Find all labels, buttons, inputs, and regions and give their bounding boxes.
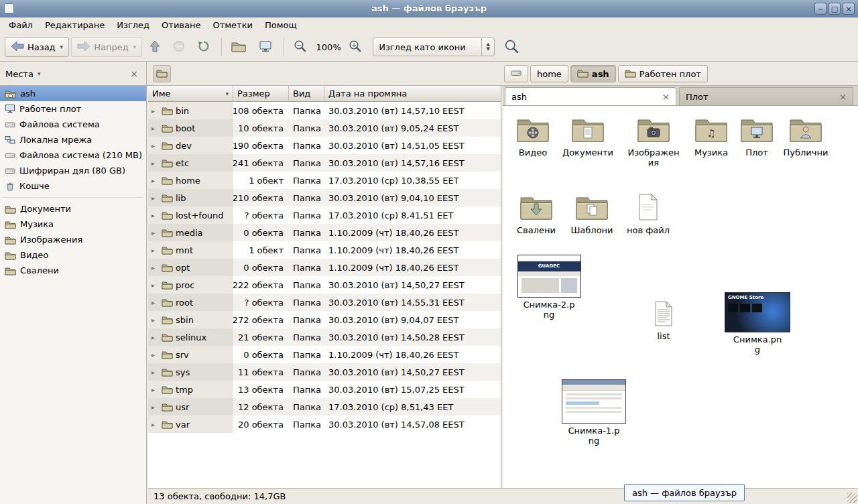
icon-item[interactable]: GNOME StoreСнимка.png xyxy=(723,292,792,355)
tab-plot[interactable]: Плот× xyxy=(679,87,853,105)
back-button[interactable]: Назад ▾ xyxy=(5,37,69,57)
sidebar-item-5[interactable]: Шифриран дял (80 GB) xyxy=(0,163,146,178)
up-button[interactable] xyxy=(144,37,166,57)
close-icon[interactable]: × xyxy=(834,92,847,102)
expander-icon[interactable]: ▸ xyxy=(151,264,159,271)
path-button-desktop[interactable]: Работен плот xyxy=(618,65,708,82)
sidebar-item-6[interactable]: Кошче xyxy=(0,178,146,194)
tab-ash[interactable]: ash× xyxy=(505,87,676,105)
column-header-size[interactable]: Размер xyxy=(233,86,289,102)
expander-icon[interactable]: ▸ xyxy=(151,281,159,289)
table-row[interactable]: ▸media0 обектаПапка1.10.2009 (чт) 18,40,… xyxy=(148,224,501,241)
icon-item[interactable]: list xyxy=(629,300,698,341)
expander-icon[interactable]: ▸ xyxy=(151,299,159,306)
expander-icon[interactable]: ▸ xyxy=(151,107,159,115)
table-row[interactable]: ▸var20 обектаПапка30.03.2010 (вт) 14,57,… xyxy=(148,416,501,433)
table-row[interactable]: ▸opt0 обектаПапка1.10.2009 (чт) 18,40,26… xyxy=(148,259,501,276)
sidebar-item-2[interactable]: Файлова система xyxy=(0,117,146,132)
icon-view[interactable]: ВидеоДокументиИзображения♫МузикаПлотПубл… xyxy=(503,106,858,488)
expander-icon[interactable]: ▸ xyxy=(151,316,159,324)
zoom-out-button[interactable]: − xyxy=(288,37,312,57)
expander-icon[interactable]: ▸ xyxy=(151,160,159,167)
table-row[interactable]: ▸proc222 обектаПапка30.03.2010 (вт) 14,5… xyxy=(148,276,501,294)
view-mode-select[interactable]: Изглед като икони ▲▼ xyxy=(373,38,495,56)
table-row[interactable]: ▸usr12 обектаПапка17.03.2010 (ср) 8,51,4… xyxy=(148,398,501,416)
spinner-icons[interactable]: ▲▼ xyxy=(481,38,494,56)
table-row[interactable]: ▸dev190 обектаПапка30.03.2010 (вт) 14,51… xyxy=(148,137,501,154)
maximize-button[interactable]: □ xyxy=(829,3,841,15)
path-button-home[interactable]: home xyxy=(530,65,568,82)
expander-icon[interactable]: ▸ xyxy=(151,369,159,376)
places-title[interactable]: Места xyxy=(5,69,34,79)
expander-icon[interactable]: ▸ xyxy=(151,421,159,428)
chevron-down-icon[interactable]: ▾ xyxy=(38,70,41,77)
expander-icon[interactable]: ▸ xyxy=(151,212,159,219)
expander-icon[interactable]: ▸ xyxy=(151,142,159,149)
sidebar-item-0[interactable]: ash xyxy=(0,86,146,101)
table-row[interactable]: ▸mnt1 обектПапка1.10.2009 (чт) 18,40,26 … xyxy=(148,241,501,259)
table-row[interactable]: ▸lib210 обектаПапка30.03.2010 (вт) 9,04,… xyxy=(148,189,501,206)
column-header-modified[interactable]: Дата на промяна xyxy=(324,86,501,102)
folder-icon xyxy=(5,235,16,245)
expander-icon[interactable]: ▸ xyxy=(151,386,159,393)
reload-button[interactable] xyxy=(192,37,215,57)
expander-icon[interactable]: ▸ xyxy=(151,177,159,184)
icon-item[interactable]: Публични xyxy=(771,115,841,158)
menu-go[interactable]: Отиване xyxy=(156,18,206,32)
expander-icon[interactable]: ▸ xyxy=(151,403,159,411)
icon-item[interactable]: нов файл xyxy=(613,193,683,235)
menu-bookmarks[interactable]: Отметки xyxy=(206,18,258,32)
table-row[interactable]: ▸sys11 обектаПапка30.03.2010 (вт) 14,50,… xyxy=(148,363,501,381)
column-header-name[interactable]: Име ▾ xyxy=(148,86,233,102)
sidebar-item-9[interactable]: Музика xyxy=(0,216,146,232)
sidebar-item-8[interactable]: Документи xyxy=(0,201,146,216)
menu-view[interactable]: Изглед xyxy=(111,18,156,32)
table-row[interactable]: ▸srv0 обектаПапка1.10.2009 (чт) 18,40,26… xyxy=(148,346,501,363)
icon-item[interactable]: Документи xyxy=(553,115,623,158)
expander-icon[interactable]: ▸ xyxy=(151,194,159,202)
table-row[interactable]: ▸boot10 обектаПапка30.03.2010 (вт) 9,05,… xyxy=(148,119,501,137)
sidebar-item-3[interactable]: Локална мрежа xyxy=(0,132,146,147)
table-row[interactable]: ▸tmp13 обектаПапка30.03.2010 (вт) 15,07,… xyxy=(148,381,501,398)
column-header-type[interactable]: Вид xyxy=(289,86,324,102)
expander-icon[interactable]: ▸ xyxy=(151,125,159,132)
close-icon[interactable]: × xyxy=(127,68,141,79)
icon-item[interactable]: Снимка-1.png xyxy=(559,379,629,446)
table-row[interactable]: ▸root? обектаПапка30.03.2010 (вт) 14,55,… xyxy=(148,294,501,311)
minimize-button[interactable]: ‒ xyxy=(814,3,826,15)
table-row[interactable]: ▸selinux21 обектаПапка30.03.2010 (вт) 14… xyxy=(148,328,501,346)
titlebar[interactable]: ash — файлов браузър ‒ □ × xyxy=(0,0,858,17)
sidebar-item-4[interactable]: Файлова система (210 MB) xyxy=(0,147,146,163)
expander-icon[interactable]: ▸ xyxy=(151,247,159,254)
sidebar-item-10[interactable]: Изображения xyxy=(0,232,146,247)
forward-button[interactable]: Напред ▾ xyxy=(71,37,142,57)
path-button-ash[interactable]: ash xyxy=(570,65,616,82)
home-button[interactable] xyxy=(226,37,251,57)
chevron-down-icon[interactable]: ▾ xyxy=(60,44,64,50)
sidebar-item-11[interactable]: Видео xyxy=(0,247,146,263)
search-button[interactable] xyxy=(499,37,524,57)
path-button-root[interactable] xyxy=(504,65,528,82)
resize-grip[interactable] xyxy=(847,493,857,503)
table-row[interactable]: ▸lost+found? обектаПапка17.03.2010 (ср) … xyxy=(148,206,501,224)
close-icon[interactable]: × xyxy=(657,92,670,102)
menu-file[interactable]: Файл xyxy=(3,18,39,32)
menu-help[interactable]: Помощ xyxy=(259,18,303,32)
icon-item[interactable]: GUADECСнимка-2.png xyxy=(514,255,584,320)
table-row[interactable]: ▸etc241 обектаПапка30.03.2010 (вт) 14,57… xyxy=(148,154,501,172)
computer-button[interactable] xyxy=(253,37,278,57)
table-row[interactable]: ▸home1 обектПапка17.03.2010 (ср) 10,38,5… xyxy=(148,172,501,189)
expander-icon[interactable]: ▸ xyxy=(151,229,159,237)
stop-button[interactable] xyxy=(168,37,190,57)
expander-icon[interactable]: ▸ xyxy=(151,351,159,359)
zoom-in-button[interactable]: + xyxy=(343,37,367,57)
close-button[interactable]: × xyxy=(843,3,855,15)
menu-edit[interactable]: Редактиране xyxy=(39,18,111,32)
root-path-button[interactable] xyxy=(153,65,171,82)
sidebar-item-12[interactable]: Свалени xyxy=(0,263,146,278)
table-row[interactable]: ▸sbin272 обектаПапка30.03.2010 (вт) 9,04… xyxy=(148,311,501,328)
sidebar-item-1[interactable]: Работен плот xyxy=(0,101,146,117)
folder-icon xyxy=(162,141,173,150)
table-row[interactable]: ▸bin108 обектаПапка30.03.2010 (вт) 14,57… xyxy=(148,102,501,119)
expander-icon[interactable]: ▸ xyxy=(151,334,159,341)
